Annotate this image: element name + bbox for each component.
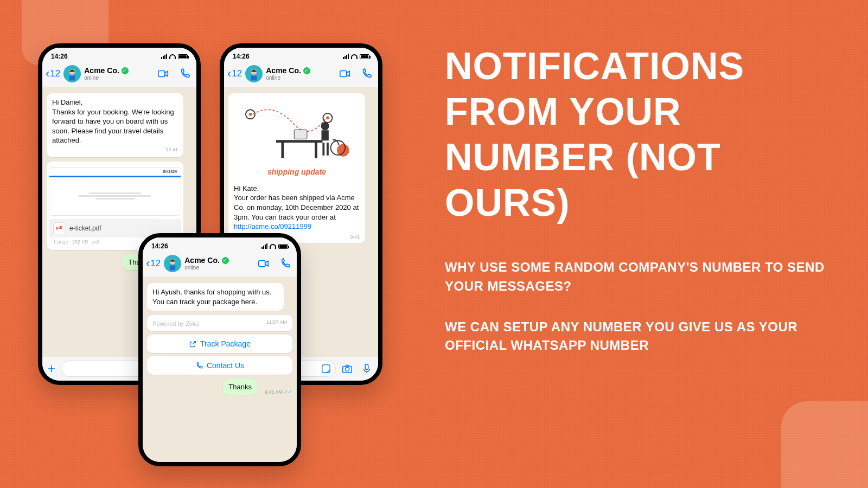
out-time: 9:41 AM xyxy=(265,389,283,395)
svg-point-13 xyxy=(326,117,329,120)
online-status: online xyxy=(266,75,336,81)
status-time: 14:26 xyxy=(233,53,250,60)
back-button[interactable]: ‹12 xyxy=(227,67,242,81)
verified-icon: ✓ xyxy=(222,257,229,264)
button-label: Track Package xyxy=(200,339,251,348)
signal-icon xyxy=(343,54,349,59)
outgoing-message: Thanks xyxy=(223,379,257,395)
back-count: 12 xyxy=(50,68,60,79)
svg-point-18 xyxy=(321,122,329,130)
phone-call-icon[interactable] xyxy=(279,258,291,269)
chevron-left-icon: ‹ xyxy=(146,256,150,271)
svg-rect-8 xyxy=(251,76,257,81)
chevron-left-icon: ‹ xyxy=(46,67,49,81)
mic-icon[interactable] xyxy=(361,363,373,375)
pdf-icon: pdf xyxy=(53,222,65,234)
file-meta: 1 page · 262 KB · pdf xyxy=(53,239,99,245)
phone-call-icon[interactable] xyxy=(179,68,191,80)
svg-rect-16 xyxy=(315,143,317,158)
incoming-message: Hi Ayush, thanks for shopping with us. Y… xyxy=(147,283,284,311)
svg-rect-29 xyxy=(170,266,176,271)
back-button[interactable]: ‹12 xyxy=(146,256,161,271)
file-name: e-ticket.pdf xyxy=(69,224,101,233)
shipping-illustration: shipping update xyxy=(232,97,362,181)
svg-point-11 xyxy=(249,113,252,116)
subtext-1: WHY USE SOME RANDOM COMPANY'S NUMBER TO … xyxy=(445,258,835,296)
message-time: 12:41 xyxy=(52,146,178,153)
phone-mockups: 14:26 ‹12 Acme Co. ✓ online xyxy=(38,33,439,477)
verified-icon: ✓ xyxy=(122,67,129,74)
button-label: Contact Us xyxy=(207,361,244,370)
verified-icon: ✓ xyxy=(303,67,310,74)
powered-by-row: Powered by Zoko 11:57 AM xyxy=(147,315,292,331)
contact-name: Acme Co. xyxy=(84,67,119,75)
incoming-message: Hi Daniel, Thanks for your booking. We'r… xyxy=(47,93,183,157)
external-link-icon xyxy=(189,340,197,348)
powered-time: 11:57 AM xyxy=(266,319,287,325)
wifi-icon xyxy=(270,244,276,249)
contact-name: Acme Co. xyxy=(184,256,220,265)
decor-shape-bottom-right xyxy=(781,401,868,488)
camera-icon[interactable] xyxy=(341,363,353,375)
marketing-copy: NOTIFICATIONS FROM YOUR NUMBER (NOT OURS… xyxy=(445,43,835,355)
powered-by-text: Powered by Zoko xyxy=(152,320,199,327)
shipping-label: shipping update xyxy=(235,167,359,177)
back-button[interactable]: ‹12 xyxy=(46,67,60,81)
read-ticks-icon: ✓✓ xyxy=(284,389,292,395)
video-call-icon[interactable] xyxy=(339,68,351,80)
contact-name: Acme Co. xyxy=(266,67,301,75)
chat-body: Hi Ayush, thanks for shopping with us. Y… xyxy=(143,279,297,462)
phone-mockup-tracking: 14:26 ‹12 Acme Co. ✓ online xyxy=(138,233,301,466)
subtext-2: WE CAN SETUP ANY NUMBER YOU GIVE US AS Y… xyxy=(445,318,835,356)
signal-icon xyxy=(261,243,267,249)
track-package-button[interactable]: Track Package xyxy=(147,335,292,353)
out-text: Thanks xyxy=(228,383,252,391)
svg-rect-2 xyxy=(158,71,165,77)
message-text: Hi Ayush, thanks for shopping with us. Y… xyxy=(152,287,278,306)
status-time: 14:26 xyxy=(51,53,68,60)
svg-rect-27 xyxy=(365,364,368,370)
wifi-icon xyxy=(351,54,358,59)
svg-rect-21 xyxy=(327,143,329,156)
message-text: Hi Kate, Your order has been shipped via… xyxy=(232,183,362,233)
battery-icon xyxy=(278,244,288,249)
attach-button[interactable]: + xyxy=(48,361,55,376)
svg-rect-15 xyxy=(281,143,284,158)
sticker-icon[interactable] xyxy=(321,364,331,374)
tracking-link[interactable]: http://acme.co/09211999 xyxy=(234,222,311,230)
status-time: 14:26 xyxy=(151,242,168,250)
status-bar: 14:26 xyxy=(42,48,196,63)
online-status: online xyxy=(84,75,154,81)
back-count: 12 xyxy=(232,68,242,79)
svg-rect-24 xyxy=(322,365,330,373)
svg-rect-30 xyxy=(259,261,265,267)
battery-icon xyxy=(178,54,188,59)
svg-rect-14 xyxy=(276,140,322,143)
phone-call-icon[interactable] xyxy=(361,68,373,80)
chat-header: ‹12 Acme Co. ✓ online xyxy=(224,63,378,87)
wifi-icon xyxy=(169,54,176,59)
svg-point-26 xyxy=(345,367,349,371)
svg-rect-17 xyxy=(294,130,307,139)
chat-header: ‹12 Acme Co. ✓ online xyxy=(143,253,297,277)
avatar[interactable] xyxy=(245,65,263,82)
svg-rect-20 xyxy=(322,143,324,156)
avatar[interactable] xyxy=(164,255,181,272)
headline: NOTIFICATIONS FROM YOUR NUMBER (NOT OURS… xyxy=(445,43,835,226)
signal-icon xyxy=(161,54,167,59)
battery-icon xyxy=(360,54,369,59)
chevron-left-icon: ‹ xyxy=(227,67,231,81)
video-call-icon[interactable] xyxy=(157,68,169,80)
video-call-icon[interactable] xyxy=(258,258,270,269)
back-count: 12 xyxy=(150,258,161,269)
svg-rect-1 xyxy=(69,76,75,81)
svg-rect-9 xyxy=(340,71,347,77)
online-status: online xyxy=(184,265,254,271)
status-bar: 14:26 xyxy=(143,237,297,253)
contact-us-button[interactable]: Contact Us xyxy=(147,356,292,375)
phone-icon xyxy=(195,362,203,370)
incoming-message: shipping update Hi Kate, Your order has … xyxy=(228,93,365,243)
message-text: Hi Daniel, Thanks for your booking. We'r… xyxy=(52,98,178,145)
svg-rect-19 xyxy=(322,130,329,140)
avatar[interactable] xyxy=(63,65,81,82)
